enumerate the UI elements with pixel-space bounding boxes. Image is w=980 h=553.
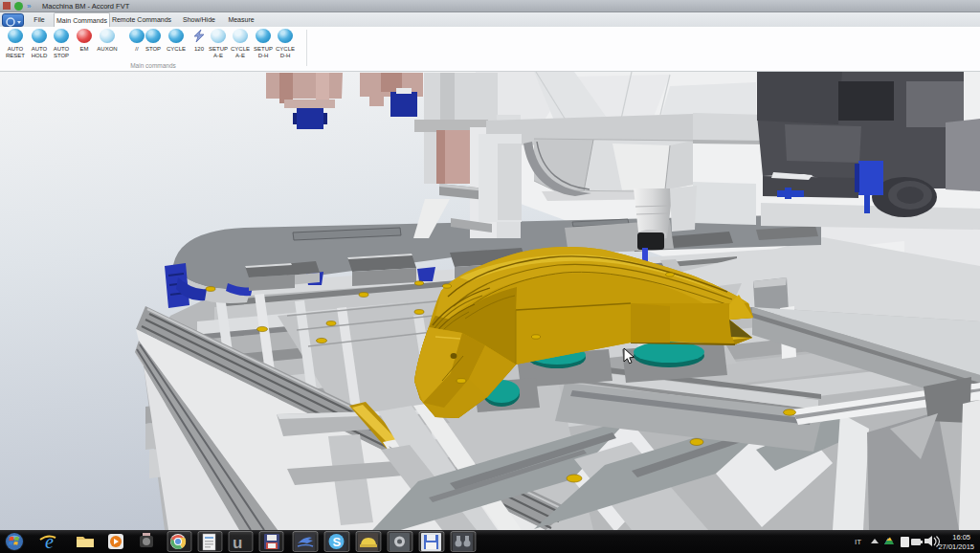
- svg-text:27/01/2015: 27/01/2015: [938, 542, 974, 551]
- svg-text:e: e: [45, 531, 54, 552]
- svg-text:IT: IT: [855, 538, 861, 546]
- svg-text:16:05: 16:05: [952, 533, 970, 542]
